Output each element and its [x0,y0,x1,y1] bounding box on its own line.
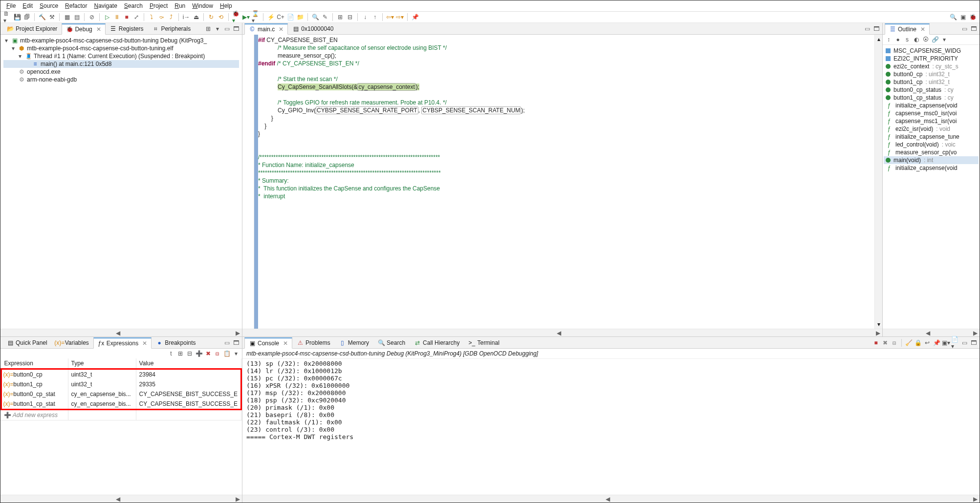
expr-hscroll[interactable]: ◀▶ [0,495,242,503]
tab-breakpoints[interactable]: ●Breakpoints [152,337,200,348]
remove-all-icon[interactable]: ⦻ [214,350,221,357]
step-over-icon[interactable]: ⤼ [157,13,165,21]
tab-memory-addr[interactable]: ▤ 0x10000040 [288,23,338,34]
word-wrap-icon[interactable]: ↩ [923,339,931,347]
menu-project[interactable]: Project [147,1,171,10]
view-menu-icon[interactable]: ▾ [214,25,221,33]
outline-item[interactable]: ƒinitialize_capsense(void [884,164,979,172]
outline-hscroll[interactable]: ◀▶ [883,329,980,336]
pin-icon[interactable]: 📌 [411,13,419,21]
minimize-icon[interactable]: ▭ [960,25,968,33]
col-type[interactable]: Type [68,358,136,369]
quick-access-icon[interactable]: 🔍 [949,13,957,21]
outline-item[interactable]: button1_cp : uint32_t [884,78,979,86]
collapse-icon[interactable]: ⊟ [186,350,194,357]
step-return-icon[interactable]: ⤴ [167,13,175,21]
outline-item[interactable]: ƒled_control(void) : voic [884,141,979,148]
close-icon[interactable]: ✕ [920,26,925,33]
debug-frame[interactable]: main() at main.c:121 0x5d8 [41,61,111,67]
tab-quick-panel[interactable]: ▤Quick Panel [2,337,52,348]
toggle2-icon[interactable]: ⊟ [346,13,354,21]
minimize-icon[interactable]: ▭ [863,25,871,33]
maximize-icon[interactable]: 🗖 [970,25,978,33]
outline-item[interactable]: ƒinitialize_capsense_tune [884,133,979,141]
prev-annotation-icon[interactable]: ↑ [371,13,379,21]
debug-root[interactable]: mtb-example-psoc4-msc-capsense-csd-butto… [20,37,207,44]
menu-file[interactable]: File [3,1,19,10]
menu-icon[interactable]: ▾ [232,350,240,357]
open-console-icon[interactable]: 📄▾ [951,339,959,347]
debug-openocd[interactable]: openocd.exe [27,68,61,75]
maximize-icon[interactable]: 🗖 [970,339,978,347]
remove-launch-icon[interactable]: ✖ [881,339,889,347]
perspective-cdt-icon[interactable]: ▣ [959,13,967,21]
tab-variables[interactable]: (x)=Variables [52,337,93,348]
tab-expressions[interactable]: ƒxExpressions✕ [93,337,152,349]
menu-source[interactable]: Source [37,1,61,10]
toggle-icon[interactable]: ⊞ [336,13,344,21]
maximize-icon[interactable]: 🗖 [232,25,240,33]
outline-item[interactable]: ezi2c_context : cy_stc_s [884,63,979,70]
tab-terminal[interactable]: >_Terminal [464,337,503,348]
tab-search[interactable]: 🔍Search [373,337,410,348]
vscrollbar[interactable]: ▴▾ [874,35,882,329]
expression-row[interactable]: (x)= button0_cpuint32_t23984 [1,369,241,380]
add-expression-icon[interactable]: ➕ [195,350,203,357]
sort-icon[interactable]: ↕ [885,36,893,43]
minimize-icon[interactable]: ▭ [960,339,968,347]
outline-item[interactable]: button1_cp_status : cy [884,94,979,102]
save-icon[interactable]: 💾 [13,13,21,21]
tool-icon[interactable]: ⚒ [48,13,56,21]
tab-problems[interactable]: ⚠Problems [292,337,335,348]
minimize-icon[interactable]: ▭ [223,25,231,33]
new-folder-icon[interactable]: 📁 [296,13,304,21]
link-icon[interactable]: 🔗 [931,36,939,43]
close-icon[interactable]: ✕ [142,340,147,347]
debug-gdb[interactable]: arm-none-eabi-gdb [27,76,77,83]
maximize-icon[interactable]: 🗖 [232,339,240,347]
menu-search[interactable]: Search [121,1,146,10]
menu-refactor[interactable]: Refactor [62,1,90,10]
debug-tree[interactable]: ▾▣mtb-example-psoc4-msc-capsense-csd-but… [0,35,242,329]
console-hscroll[interactable]: ◀▶ [242,495,980,503]
tab-project-explorer[interactable]: 📂 Project Explorer [2,23,62,34]
instruction-step-icon[interactable]: i→ [182,13,190,21]
menu-navigate[interactable]: Navigate [91,1,120,10]
tab-registers[interactable]: ☰ Registers [106,23,148,34]
forward-icon[interactable]: ⇨▾ [396,13,404,21]
new-icon[interactable]: 🗎▾ [3,13,11,21]
skip-breakpoints-icon[interactable]: ⊘ [88,13,96,21]
hscrollbar[interactable]: ◀▶ [0,329,242,336]
suspend-icon[interactable]: ⏸ [113,13,121,21]
add-expression-row[interactable]: ➕ Add new express [1,410,241,420]
close-icon[interactable]: ✕ [283,340,288,347]
tab-console[interactable]: ▣Console✕ [244,337,292,349]
debug-icon[interactable]: 🐞▾ [232,13,240,21]
outline-item[interactable]: button0_cp : uint32_t [884,70,979,78]
minimize-icon[interactable]: ▭ [223,339,231,347]
tab-outline[interactable]: ☰ Outline ✕ [885,23,930,35]
outline-list[interactable]: MSC_CAPSENSE_WIDGEZI2C_INTR_PRIORITYezi2… [883,45,980,329]
grid-icon[interactable]: ▦ [63,13,71,21]
step-into-icon[interactable]: ⤵ [148,13,155,21]
outline-item[interactable]: main(void) : int [884,156,979,164]
outline-item[interactable]: ƒinitialize_capsense(void [884,102,979,109]
close-icon[interactable]: ✕ [279,26,283,33]
console-output[interactable]: (13) sp (/32): 0x20008000 (14) lr (/32):… [242,359,980,495]
terminate-icon[interactable]: ■ [123,13,131,21]
display-console-icon[interactable]: ▣▾ [942,339,950,347]
outline-item[interactable]: ƒezi2c_isr(void) : void [884,125,979,133]
folding-bar[interactable] [254,35,258,329]
build-target-icon[interactable]: ⚡ [267,13,275,21]
remove-all-icon[interactable]: ⦻ [891,339,898,347]
editor-hscroll[interactable]: ◀▶ [242,329,882,336]
show-type-icon[interactable]: t [167,350,175,357]
scroll-lock-icon[interactable]: 🔒 [914,339,922,347]
menu-icon[interactable]: ▾ [940,36,948,43]
tab-call-hierarchy[interactable]: ⇄Call Hierarchy [410,337,464,348]
new-cpp-icon[interactable]: C+ [277,13,284,21]
hide-non-public-icon[interactable]: ◐ [913,36,920,43]
perspective-debug-icon[interactable]: 🐞 [969,13,977,21]
hide-fields-icon[interactable]: ● [894,36,902,43]
outline-item[interactable]: ƒcapsense_msc1_isr(voi [884,117,979,125]
